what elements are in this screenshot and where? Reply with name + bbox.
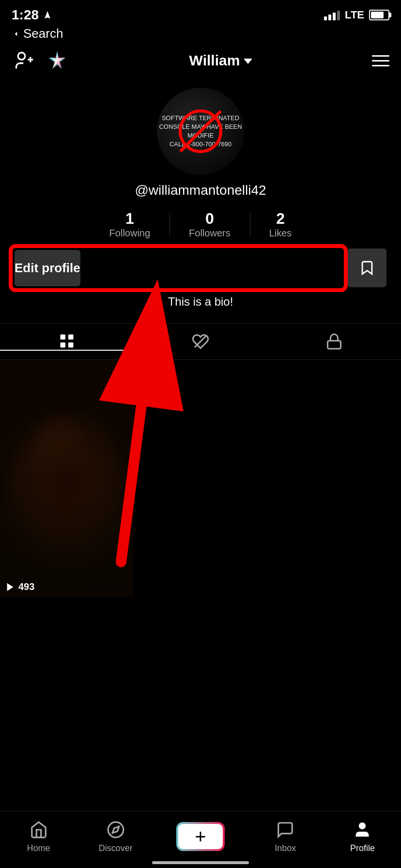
discover-icon: [105, 819, 126, 840]
video-play-count: 493: [5, 581, 34, 592]
nav-home-label: Home: [27, 843, 50, 853]
lte-label: LTE: [345, 9, 364, 21]
svg-rect-9: [68, 342, 74, 348]
followers-stat[interactable]: 0 Followers: [170, 210, 250, 239]
tab-private[interactable]: [267, 332, 401, 351]
back-arrow-icon: [12, 30, 20, 38]
svg-point-0: [18, 53, 25, 60]
nav-discover[interactable]: Discover: [77, 819, 154, 853]
add-user-button[interactable]: [12, 48, 37, 73]
likes-count: 2: [269, 210, 292, 228]
nav-inbox[interactable]: Inbox: [247, 819, 324, 853]
nav-create[interactable]: +: [154, 822, 247, 851]
followers-label: Followers: [189, 228, 231, 238]
svg-rect-6: [61, 335, 66, 340]
bookmark-icon: [359, 260, 375, 276]
likes-stat[interactable]: 2 Likes: [250, 210, 311, 239]
battery-icon: [369, 10, 389, 20]
svg-rect-8: [61, 342, 66, 348]
home-icon: [28, 819, 49, 840]
bottom-nav: Home Discover + Inbox Profi: [0, 811, 401, 868]
status-bar: 1:28 LTE: [0, 0, 401, 24]
status-time: 1:28: [12, 7, 52, 23]
chevron-down-icon: [244, 59, 252, 64]
back-button[interactable]: Search: [0, 24, 401, 43]
hamburger-menu-button[interactable]: [372, 55, 389, 66]
nav-inbox-label: Inbox: [275, 843, 296, 853]
create-plus-icon: +: [195, 827, 206, 846]
create-button[interactable]: +: [176, 822, 225, 851]
username-dropdown-button[interactable]: William: [189, 52, 253, 69]
bio: This is a bio!: [168, 295, 233, 309]
following-count: 1: [109, 210, 150, 228]
followers-count: 0: [189, 210, 231, 228]
nav-home[interactable]: Home: [0, 819, 77, 853]
top-nav: William: [0, 43, 401, 78]
svg-rect-7: [68, 335, 74, 340]
time-display: 1:28: [12, 7, 39, 23]
nav-profile-label: Profile: [350, 843, 375, 853]
top-nav-left: [12, 48, 70, 73]
svg-point-15: [108, 822, 123, 837]
nav-discover-label: Discover: [99, 843, 133, 853]
content-tabs: [0, 323, 401, 360]
search-back-label: Search: [23, 26, 63, 41]
svg-rect-11: [328, 341, 341, 349]
tab-videos[interactable]: [0, 332, 134, 351]
likes-label: Likes: [269, 228, 292, 238]
grid-icon: [58, 332, 76, 350]
signal-icon: [324, 10, 340, 20]
svg-marker-16: [112, 826, 119, 833]
inbox-icon: [275, 819, 296, 840]
bookmark-button[interactable]: [348, 248, 386, 287]
sparkle-button[interactable]: [45, 48, 70, 73]
svg-point-17: [359, 823, 366, 829]
lock-icon: [325, 333, 343, 350]
following-stat[interactable]: 1 Following: [90, 210, 170, 239]
username-label: William: [189, 52, 240, 69]
stats-row: 1 Following 0 Followers 2 Likes: [90, 210, 311, 239]
heart-icon: [192, 333, 209, 350]
svg-marker-12: [7, 583, 14, 591]
edit-profile-button[interactable]: Edit profile: [15, 250, 80, 286]
user-handle: @williammantonelli42: [135, 183, 266, 198]
no-sign-icon: [179, 109, 222, 153]
play-icon: [5, 582, 15, 592]
video-thumbnail[interactable]: 493: [0, 361, 133, 597]
location-icon: [43, 10, 52, 20]
nav-profile[interactable]: Profile: [324, 819, 401, 853]
video-grid: 493: [0, 360, 401, 597]
avatar[interactable]: SOFTWARE TERMINATED CONSOLE MAY HAVE BEE…: [157, 88, 244, 175]
profile-section: SOFTWARE TERMINATED CONSOLE MAY HAVE BEE…: [0, 78, 401, 323]
tab-liked[interactable]: [134, 332, 267, 351]
status-indicators: LTE: [324, 9, 389, 21]
profile-icon: [352, 819, 373, 840]
following-label: Following: [109, 228, 150, 238]
home-indicator: [152, 861, 249, 864]
action-row: Edit profile: [0, 248, 401, 287]
